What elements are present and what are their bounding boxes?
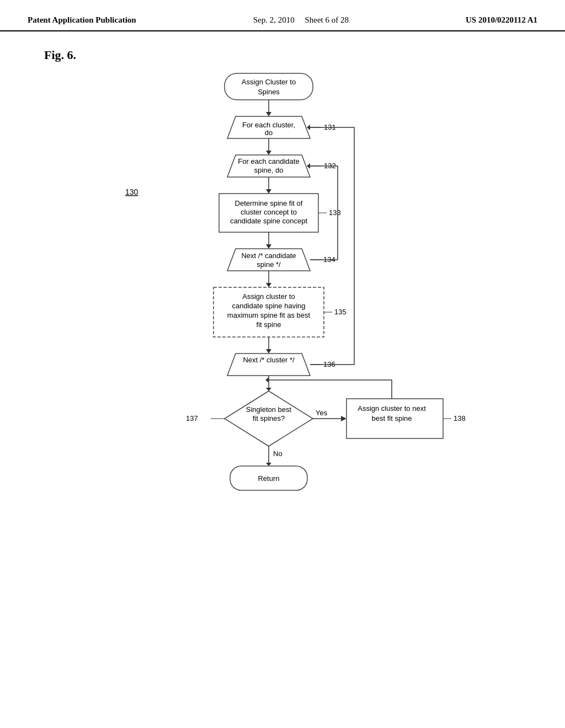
start-label-line2: Spines xyxy=(258,88,280,96)
node-137-label-1: Singleton best xyxy=(246,405,292,414)
patent-number: US 2010/0220112 A1 xyxy=(466,15,537,25)
node-136-label-1: Next /* cluster */ xyxy=(243,356,295,364)
arrowhead-6 xyxy=(266,349,271,354)
sheet-info: Sheet 6 of 28 xyxy=(305,15,349,24)
arrowhead-3 xyxy=(266,189,271,194)
ref-137: 137 xyxy=(186,414,198,422)
arrowhead-loop-132 xyxy=(307,163,310,169)
publication-title: Patent Application Publication xyxy=(28,15,136,25)
ref-135: 135 xyxy=(334,308,347,316)
flowchart-svg: Assign Cluster to Spines For each cluste… xyxy=(95,68,470,652)
node-132-label-1: For each candidate xyxy=(238,157,299,165)
publication-date: Sep. 2, 2010 xyxy=(253,15,295,24)
arrowhead-7 xyxy=(266,388,271,391)
node-138-label-1: Assign cluster to next xyxy=(358,404,426,413)
main-content: Fig. 6. Assign Cluster to Spines For eac… xyxy=(0,31,565,671)
node-132-label-2: spine, do xyxy=(254,166,284,174)
start-label-line1: Assign Cluster to xyxy=(242,78,296,86)
arrowhead-2 xyxy=(266,151,271,155)
node-135-label-2: candidate spine having xyxy=(232,302,306,310)
arrowhead-1 xyxy=(266,112,271,116)
node-133-label-1: Determine spine fit of xyxy=(235,199,303,207)
no-label: No xyxy=(273,449,282,458)
node-135-label-4: fit spine xyxy=(257,320,281,329)
figure-label: Fig. 6. xyxy=(44,48,537,62)
node-137-label-2: fit spines? xyxy=(253,414,285,422)
node-133-label-3: candidate spine concept xyxy=(230,217,308,225)
node-138-label-2: best fit spine xyxy=(372,414,412,422)
node-134-label-2: spine */ xyxy=(257,260,281,269)
arrowhead-5 xyxy=(266,283,271,287)
node-131-label-2: do xyxy=(265,129,273,137)
node-133-label-2: cluster concept to xyxy=(241,208,297,216)
ref-130: 130 xyxy=(125,188,138,196)
ref-138: 138 xyxy=(454,414,466,422)
node-135-label-1: Assign cluster to xyxy=(242,292,295,301)
arrowhead-loop-138 xyxy=(265,377,269,383)
arrowhead-loop-131 xyxy=(307,125,310,130)
ref-133: 133 xyxy=(329,208,341,217)
node-131-label-1: For each cluster, xyxy=(242,121,295,129)
arrowhead-yes xyxy=(341,416,347,421)
publication-date-sheet: Sep. 2, 2010 Sheet 6 of 28 xyxy=(253,15,349,25)
arrowhead-no xyxy=(266,463,271,466)
yes-label: Yes xyxy=(316,409,328,417)
arrowhead-4 xyxy=(266,244,271,249)
flowchart-diagram: Assign Cluster to Spines For each cluste… xyxy=(95,68,470,655)
return-label: Return xyxy=(258,474,279,483)
node-135-label-3: maximum spine fit as best xyxy=(227,311,311,319)
loop-138-back xyxy=(269,380,392,399)
page-header: Patent Application Publication Sep. 2, 2… xyxy=(0,0,565,31)
node-134-label-1: Next /* candidate xyxy=(241,251,296,260)
